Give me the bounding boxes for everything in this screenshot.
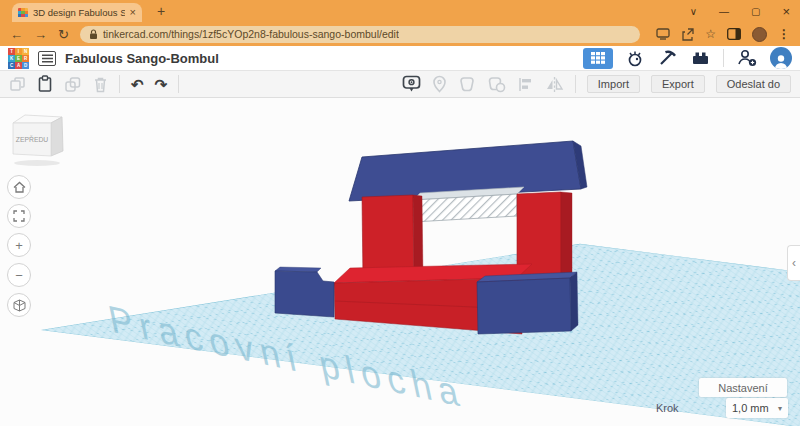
browser-tab-bar: 3D design Fabulous Sango-Bom × + ∨ — ▢ × [0, 0, 800, 22]
export-button[interactable]: Export [651, 75, 705, 93]
zoom-out-button[interactable]: − [7, 263, 31, 287]
tinkercad-header: T I N K E R C A D Fabulous Sango-Bombul [0, 46, 800, 71]
tab-close-icon[interactable]: × [130, 7, 136, 18]
editor-toolbar: ↶ ↷ Import Ex [0, 71, 800, 98]
model-left-block[interactable] [275, 271, 334, 317]
sim-lab-icon[interactable] [626, 49, 645, 67]
shapes-panel-toggle[interactable]: ‹ [787, 245, 800, 281]
browser-address-bar: ← → ↻ tinkercad.com/things/1zf5cYOp2n8-f… [0, 22, 800, 46]
new-tab-button[interactable]: + [152, 3, 170, 21]
caret-down-icon: ▾ [778, 404, 782, 413]
tab-search-icon[interactable]: ∨ [690, 6, 697, 17]
design-title[interactable]: Fabulous Sango-Bombul [65, 51, 219, 66]
delete-icon[interactable] [93, 76, 108, 93]
window-maximize-icon[interactable]: ▢ [751, 6, 760, 17]
snap-step-select[interactable]: 1,0 mm ▾ [726, 398, 788, 418]
invite-collaborator-icon[interactable] [737, 49, 757, 67]
lock-icon [89, 29, 98, 40]
minecraft-pickaxe-icon[interactable] [658, 49, 678, 67]
tinkercad-favicon [18, 8, 28, 18]
browser-menu-kebab-icon[interactable]: ⋮ [778, 27, 790, 41]
url-omnibox[interactable]: tinkercad.com/things/1zf5cYOp2n8-fabulou… [80, 26, 640, 43]
fit-view-button[interactable] [7, 204, 31, 228]
snap-step-value: 1,0 mm [732, 402, 769, 414]
window-minimize-icon[interactable]: — [719, 6, 729, 17]
send-to-button[interactable]: Odeslat do [716, 75, 791, 93]
reload-icon[interactable]: ↻ [58, 28, 69, 41]
back-icon[interactable]: ← [10, 28, 23, 41]
tab-title: 3D design Fabulous Sango-Bom [33, 7, 125, 18]
url-text: tinkercad.com/things/1zf5cYOp2n8-fabulou… [103, 28, 399, 40]
view-cube-right[interactable] [51, 117, 63, 156]
bricks-icon[interactable] [691, 50, 710, 66]
3d-viewport[interactable]: Pracovní plocha [0, 98, 800, 426]
side-panel-icon[interactable] [727, 28, 741, 40]
view-cube-front-label: ZEPŘEDU [16, 135, 49, 143]
paste-icon[interactable] [37, 75, 53, 93]
header-separator [723, 49, 724, 67]
view-cube[interactable]: ZEPŘEDU [6, 106, 72, 172]
copy-icon[interactable] [9, 76, 26, 93]
ungroup-icon[interactable] [487, 76, 506, 93]
toolbar-separator [178, 75, 179, 93]
settings-button[interactable]: Nastavení [699, 378, 787, 397]
user-avatar[interactable] [770, 47, 792, 69]
align-icon[interactable] [517, 76, 534, 93]
model-left-pillar-side[interactable] [413, 195, 423, 278]
view-3d-grid-button[interactable] [583, 48, 613, 69]
browser-profile-avatar[interactable] [752, 27, 767, 42]
model-right-pillar-side[interactable] [561, 192, 572, 282]
toolbar-separator [119, 75, 120, 93]
snap-step-label: Krok [656, 402, 679, 414]
duplicate-icon[interactable] [64, 76, 82, 93]
home-view-button[interactable] [7, 175, 31, 199]
zoom-in-button[interactable]: + [7, 233, 31, 257]
send-to-device-icon[interactable] [656, 28, 670, 40]
window-close-icon[interactable]: × [782, 4, 790, 19]
group-icon[interactable] [458, 76, 476, 93]
bookmark-star-icon[interactable]: ☆ [705, 27, 716, 41]
tinkercad-logo[interactable]: T I N K E R C A D [8, 48, 29, 69]
show-all-icon[interactable] [402, 75, 421, 93]
import-button[interactable]: Import [587, 75, 640, 93]
share-icon[interactable] [681, 28, 694, 41]
mirror-icon[interactable] [545, 76, 564, 93]
model-right-block[interactable] [477, 278, 571, 334]
browser-tab[interactable]: 3D design Fabulous Sango-Bom × [12, 3, 142, 22]
design-menu-icon[interactable] [38, 51, 56, 66]
redo-button[interactable]: ↷ [155, 77, 168, 92]
add-note-icon[interactable] [432, 75, 447, 93]
perspective-toggle-button[interactable] [7, 293, 31, 317]
editor-canvas[interactable]: Pracovní plocha ZEPŘEDU [0, 98, 800, 426]
model-right-block-side[interactable] [570, 272, 578, 331]
undo-button[interactable]: ↶ [131, 77, 144, 92]
forward-icon[interactable]: → [34, 28, 47, 41]
toolbar-separator [575, 75, 576, 93]
